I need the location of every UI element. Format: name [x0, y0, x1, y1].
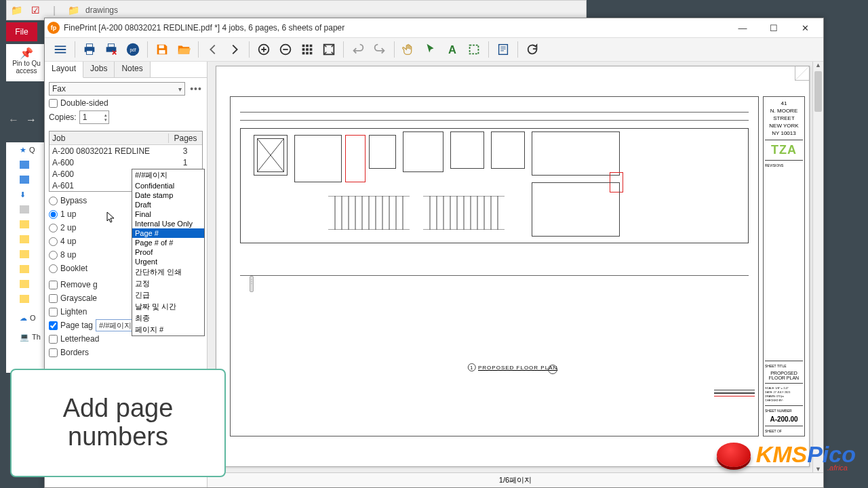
- svg-rect-4: [108, 44, 114, 47]
- more-options-button[interactable]: •••: [189, 83, 203, 94]
- dropdown-option[interactable]: #/#페이지: [132, 169, 204, 181]
- dropdown-option[interactable]: Draft: [132, 200, 204, 209]
- dropdown-option[interactable]: 긴급: [132, 289, 204, 301]
- svg-rect-22: [470, 45, 479, 54]
- page-tag-checkbox[interactable]: [49, 321, 58, 330]
- menu-icon[interactable]: [50, 39, 71, 60]
- svg-rect-3: [106, 47, 117, 52]
- sidebar-item[interactable]: [6, 277, 44, 291]
- dropdown-option[interactable]: Urgent: [132, 257, 204, 266]
- nav-arrows: ← →: [8, 114, 37, 126]
- col-header-pages[interactable]: Pages: [168, 134, 202, 143]
- back-arrow-icon[interactable]: ←: [8, 114, 19, 126]
- save-icon[interactable]: [152, 39, 172, 60]
- hand-icon[interactable]: [399, 39, 419, 60]
- note-icon[interactable]: [493, 39, 513, 60]
- scroll-thumb[interactable]: [814, 71, 822, 112]
- sidebar-item[interactable]: [6, 217, 44, 232]
- pin-icon: 📌: [6, 47, 47, 60]
- minimize-button[interactable]: —: [727, 18, 758, 37]
- dropdown-option[interactable]: 교정: [132, 278, 204, 289]
- print-delete-icon[interactable]: [101, 39, 121, 60]
- dropdown-option[interactable]: Date stamp: [132, 190, 204, 200]
- redo-icon[interactable]: [370, 39, 390, 60]
- close-button[interactable]: ✕: [789, 18, 821, 37]
- svg-rect-12: [306, 45, 309, 47]
- undo-icon[interactable]: [348, 39, 368, 60]
- explorer-sidebar: ★Q ⬇ ☁O 💻Th: [6, 142, 44, 373]
- pdf-icon[interactable]: pdf: [123, 39, 143, 60]
- fineprint-app-icon: fp: [47, 22, 60, 34]
- dropdown-option[interactable]: Page # of #: [132, 238, 204, 247]
- status-bar: 1/6페이지: [208, 472, 823, 487]
- panel-splitter[interactable]: · · ·: [250, 276, 254, 292]
- open-icon[interactable]: [174, 39, 194, 60]
- borders-checkbox[interactable]: Borders: [49, 346, 203, 359]
- dropdown-option[interactable]: 페이지 #: [132, 324, 204, 336]
- tab-layout[interactable]: Layout: [45, 62, 83, 78]
- onedrive[interactable]: ☁O: [6, 310, 44, 325]
- col-header-job[interactable]: Job: [50, 134, 168, 143]
- sidebar-item[interactable]: [6, 172, 44, 187]
- sidebar-item[interactable]: ⬇: [6, 187, 44, 202]
- page-preview[interactable]: 1 PROPOSED FLOOR PLAN 41 N. MOORE STREET…: [216, 66, 810, 467]
- file-tab[interactable]: File: [6, 22, 37, 41]
- page-tag-label: Page tag: [60, 321, 93, 330]
- refresh-icon[interactable]: [522, 39, 542, 60]
- sidebar-item[interactable]: [6, 262, 44, 277]
- forward-arrow-icon[interactable]: →: [26, 114, 37, 126]
- legend: [714, 388, 755, 408]
- svg-rect-15: [306, 48, 309, 51]
- text-icon[interactable]: A: [442, 39, 462, 60]
- zoom-in-icon[interactable]: [254, 39, 274, 60]
- folder-icon: 📁: [64, 1, 83, 19]
- prev-page-icon[interactable]: [203, 39, 223, 60]
- copies-label: Copies:: [49, 113, 77, 122]
- sidebar-item[interactable]: [6, 202, 44, 217]
- select-area-icon[interactable]: [464, 39, 484, 60]
- dropdown-option[interactable]: Confidential: [132, 181, 204, 190]
- layout-preset-dropdown[interactable]: Fax: [49, 82, 185, 96]
- checkbox-icon: ☑: [26, 1, 45, 19]
- tab-notes[interactable]: Notes: [115, 62, 150, 77]
- svg-rect-2: [86, 51, 92, 55]
- scroll-up-icon[interactable]: ▲: [813, 62, 823, 71]
- sidebar-item[interactable]: [6, 232, 44, 247]
- maximize-button[interactable]: ☐: [758, 18, 789, 37]
- red-button-icon: [717, 443, 751, 467]
- double-sided-checkbox[interactable]: Double-sided: [49, 98, 203, 108]
- divider-icon: |: [45, 1, 64, 19]
- pointer-icon[interactable]: [420, 39, 441, 60]
- zoom-out-icon[interactable]: [275, 39, 296, 60]
- next-page-icon[interactable]: [224, 39, 245, 60]
- dropdown-option[interactable]: Internal Use Only: [132, 219, 204, 228]
- dropdown-option[interactable]: 최종: [132, 312, 204, 324]
- preview-pane: 1 PROPOSED FLOOR PLAN 41 N. MOORE STREET…: [208, 62, 823, 487]
- svg-rect-13: [310, 45, 313, 47]
- quick-access[interactable]: ★Q: [6, 142, 44, 157]
- this-pc[interactable]: 💻Th: [6, 329, 44, 344]
- copies-spinner[interactable]: 1: [79, 110, 109, 124]
- dropdown-option[interactable]: 간단하게 인쇄: [132, 266, 204, 278]
- print-icon[interactable]: [79, 39, 100, 60]
- vertical-scrollbar[interactable]: ▲ ▼: [812, 62, 823, 475]
- dropdown-option[interactable]: Proof: [132, 247, 204, 257]
- svg-rect-14: [302, 48, 305, 51]
- dropdown-option[interactable]: Final: [132, 209, 204, 219]
- svg-rect-23: [499, 45, 508, 55]
- pin-to-quick-access[interactable]: 📌 Pin to Qu access: [6, 44, 47, 81]
- sidebar-item[interactable]: [6, 247, 44, 262]
- sidebar-item[interactable]: [6, 291, 44, 306]
- toolbar: pdf A: [45, 37, 823, 62]
- sidebar-item[interactable]: [6, 157, 44, 172]
- table-row[interactable]: A-200 08032021 REDLINE3: [50, 145, 202, 157]
- svg-rect-11: [302, 45, 305, 47]
- tab-jobs[interactable]: Jobs: [83, 62, 115, 77]
- svg-rect-17: [302, 52, 305, 55]
- table-row[interactable]: A-6001: [50, 157, 202, 168]
- grid-view-icon[interactable]: [297, 39, 317, 60]
- fit-page-icon[interactable]: [319, 39, 339, 60]
- dropdown-option-selected[interactable]: Page #: [132, 228, 204, 238]
- dropdown-option[interactable]: 날짜 및 시간: [132, 301, 204, 312]
- plan-title: 1 PROPOSED FLOOR PLAN: [468, 363, 557, 371]
